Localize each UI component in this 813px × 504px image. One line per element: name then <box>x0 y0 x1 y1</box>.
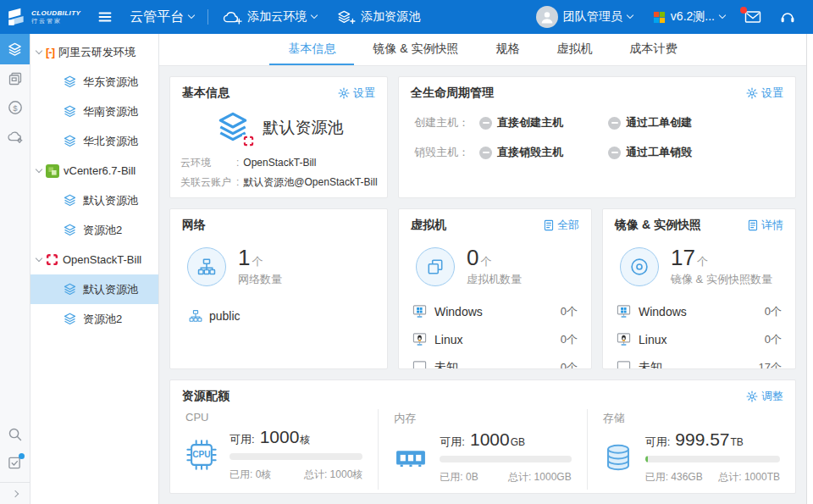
openstack-icon <box>46 253 58 266</box>
tab-label: 成本计费 <box>630 42 678 55</box>
os-count: 0个 <box>765 332 782 347</box>
field-label: 关联云账户 <box>180 173 236 192</box>
option-direct-create[interactable]: 直接创建主机 <box>479 115 608 130</box>
quota-total: 总计: 1000GB <box>508 470 572 485</box>
chevron-down-icon <box>188 12 195 19</box>
tree-group-vcenter[interactable]: vCenter6.7-Bill <box>30 156 158 186</box>
vm-icon <box>416 247 455 286</box>
add-resource-pool-button[interactable]: 添加资源池 <box>327 0 430 34</box>
expand-chevron-icon[interactable] <box>36 254 42 261</box>
basic-info-settings-link[interactable]: 设置 <box>338 86 375 101</box>
gear-icon <box>746 87 758 99</box>
network-list-item[interactable]: public <box>170 309 387 323</box>
windows-monitor-icon <box>617 304 631 318</box>
os-row-linux: Linux 0个 <box>603 325 795 353</box>
option-label: 通过工单销毁 <box>626 145 692 160</box>
network-name: public <box>209 309 241 323</box>
tree-item-pool[interactable]: 资源池2 <box>30 215 158 245</box>
host-icon <box>8 71 23 86</box>
cloud-plus-icon <box>222 10 242 25</box>
quota-available: 可用: 1000 核 <box>230 427 362 447</box>
tab-flavors[interactable]: 规格 <box>478 34 539 65</box>
sidebar-collapse-button[interactable] <box>0 482 30 504</box>
row-label: 销毁主机： <box>414 145 469 160</box>
tree-item-pool-selected[interactable]: 默认资源池 <box>30 274 158 304</box>
version-label: v6.2测... <box>671 9 715 25</box>
rail-item-hosts[interactable] <box>0 64 30 93</box>
images-stat: 17个 镜像 & 实例快照数量 <box>603 233 795 287</box>
linux-monitor-icon <box>412 332 427 346</box>
pool-layers-icon <box>214 109 253 147</box>
rail-spacer <box>0 151 30 419</box>
os-row-unknown: 未知 17个 <box>603 353 795 369</box>
version-switcher-dropdown[interactable]: v6.2测... <box>643 0 735 34</box>
cloud-gear-icon <box>7 130 24 144</box>
os-count: 0个 <box>561 360 578 370</box>
tree-item-pool[interactable]: 资源池2 <box>30 304 158 334</box>
network-count: 1个 <box>238 246 282 269</box>
expand-chevron-icon[interactable] <box>36 165 42 172</box>
user-menu-dropdown[interactable]: 团队管理员 <box>526 0 643 34</box>
card-resource-quota: 资源配额 调整 CPU <box>169 379 796 494</box>
dollar-icon <box>8 100 23 115</box>
document-icon <box>544 219 554 231</box>
field-row: 关联云账户 : 默认资源池@OpenStackT-Bill <box>180 173 377 192</box>
tab-virtual-machines[interactable]: 虚拟机 <box>539 34 611 65</box>
rail-item-billing[interactable] <box>0 93 30 122</box>
hamburger-icon <box>97 9 113 25</box>
cloudbility-logo[interactable]: CLOUDBILITY 行云管家 <box>7 7 80 27</box>
vm-count-label: 虚拟机数量 <box>467 272 522 287</box>
option-direct-destroy[interactable]: 直接销毁主机 <box>479 145 608 160</box>
images-detail-link[interactable]: 详情 <box>748 218 783 233</box>
quota-available: 可用: 999.57 TB <box>645 429 780 450</box>
quota-progress-bar <box>645 456 780 462</box>
tree-item-pool[interactable]: 华北资源池 <box>30 126 158 156</box>
tab-label: 镜像 & 实例快照 <box>373 42 458 55</box>
tab-basic-info[interactable]: 基本信息 <box>269 34 354 65</box>
rail-item-resource-pools[interactable] <box>0 34 30 64</box>
headset-icon <box>780 10 795 24</box>
lifecycle-settings-link[interactable]: 设置 <box>746 86 783 101</box>
vm-all-link[interactable]: 全部 <box>544 218 579 233</box>
pool-fields: 云环境 : OpenStackT-Bill 关联云账户 : 默认资源池@Open… <box>170 148 387 192</box>
option-label: 直接销毁主机 <box>497 145 563 160</box>
disabled-minus-icon <box>479 147 492 159</box>
layers-icon <box>63 104 77 119</box>
rail-item-search[interactable] <box>0 419 30 448</box>
quota-section-memory: 内存 可用: 1000 GB <box>378 409 586 490</box>
app-switcher-dropdown[interactable]: 云管平台 <box>119 0 204 34</box>
option-ticket-create[interactable]: 通过工单创建 <box>608 115 692 130</box>
quota-section-cpu: CPU 可用: 1000 核 <box>170 409 378 490</box>
tree-item-pool[interactable]: 华南资源池 <box>30 97 158 126</box>
rail-item-tasks[interactable] <box>0 448 30 477</box>
network-icon <box>189 309 202 323</box>
disc-icon <box>620 247 659 286</box>
quota-available: 可用: 1000 GB <box>440 429 571 450</box>
quota-section-storage: 存储 可用: 999.57 TB <box>587 409 795 490</box>
mail-icon <box>744 10 761 24</box>
settings-label: 设置 <box>761 86 783 101</box>
tab-label: 规格 <box>496 42 520 55</box>
tree-group-openstack[interactable]: OpenStackT-Bill <box>30 245 158 274</box>
tab-images-snapshots[interactable]: 镜像 & 实例快照 <box>354 34 477 65</box>
tree-item-pool[interactable]: 华东资源池 <box>30 67 158 97</box>
tab-cost-billing[interactable]: 成本计费 <box>611 34 696 65</box>
card-title: 基本信息 <box>182 86 230 101</box>
images-os-list: Windows 0个 Linux 0个 未知 17个 <box>603 297 795 369</box>
rail-item-cloud-services[interactable] <box>0 122 30 151</box>
menu-toggle-button[interactable] <box>91 0 119 34</box>
expand-chevron-icon[interactable] <box>36 47 42 53</box>
tree-item-pool[interactable]: 默认资源池 <box>30 186 158 215</box>
tree-group-alibaba[interactable]: [-] 阿里云研发环境 <box>30 37 158 67</box>
quota-adjust-link[interactable]: 调整 <box>746 389 783 404</box>
card-title: 网络 <box>182 218 206 233</box>
support-button[interactable] <box>771 0 805 34</box>
option-ticket-destroy[interactable]: 通过工单销毁 <box>608 145 692 160</box>
tree-group-label: vCenter6.7-Bill <box>64 164 136 177</box>
quota-meta: 已用: 0B 总计: 1000GB <box>440 470 571 485</box>
scrollbar-gutter[interactable] <box>806 34 813 504</box>
chevron-down-icon <box>719 12 726 19</box>
messages-button[interactable] <box>735 0 771 34</box>
os-count: 0个 <box>765 304 782 319</box>
add-cloud-env-button[interactable]: 添加云环境 <box>212 0 327 34</box>
